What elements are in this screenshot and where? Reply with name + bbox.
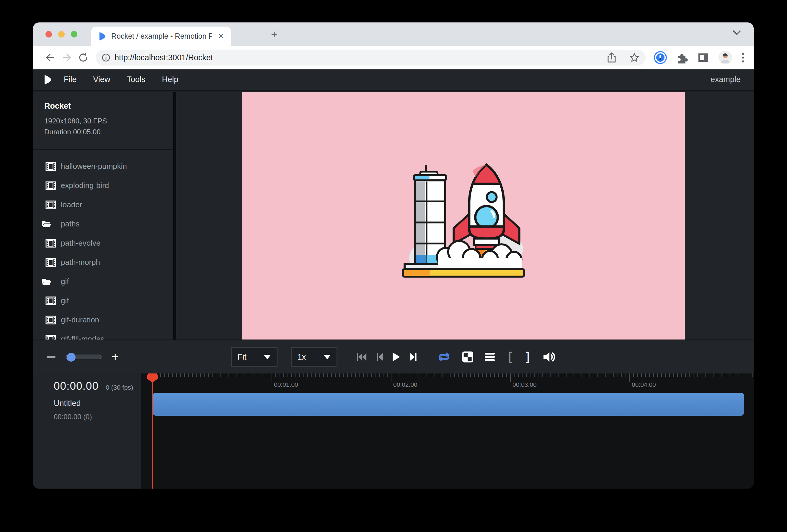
minimize-window-button[interactable] [58, 31, 65, 38]
previous-frame-button[interactable] [375, 352, 384, 362]
sidebar-item-label: gif-fill-modes [61, 335, 104, 340]
composition-duration: Duration 00:05.00 [44, 126, 173, 137]
sidebar-item-halloween-pumpkin[interactable]: halloween-pumpkin [33, 157, 173, 176]
tab-search-chevron-icon[interactable] [732, 29, 742, 36]
playback-rate-select[interactable]: 1x [291, 347, 337, 367]
reload-button[interactable] [75, 49, 91, 66]
film-icon [45, 335, 61, 340]
sidebar-item-exploding-bird[interactable]: exploding-bird [33, 176, 173, 195]
film-icon [45, 258, 61, 267]
menu-help[interactable]: Help [162, 75, 178, 84]
preview-canvas[interactable] [242, 92, 685, 340]
remotion-favicon-icon [98, 32, 106, 41]
composition-list: halloween-pumpkinexploding-birdloaderpat… [33, 150, 173, 340]
timeline-zoom-slider[interactable] [66, 355, 102, 359]
profile-avatar[interactable] [718, 50, 732, 65]
sidebar-item-path-evolve[interactable]: path-evolve [33, 234, 173, 253]
preview-pane [176, 92, 753, 340]
url-bar[interactable]: http://localhost:3001/Rocket [95, 49, 645, 66]
current-time-label: 00:00.00 [54, 380, 99, 392]
film-icon [45, 181, 61, 190]
menu-tools[interactable]: Tools [127, 75, 146, 84]
transparency-checkerboard-button[interactable] [462, 351, 473, 363]
menu-file[interactable]: File [64, 75, 77, 84]
play-button[interactable] [392, 352, 401, 362]
extensions-puzzle-icon[interactable] [676, 51, 688, 64]
zoom-out-button[interactable] [47, 356, 56, 358]
ruler-label-2s: 00:02.00 [393, 381, 418, 388]
bookmark-star-icon[interactable] [629, 52, 640, 63]
tab-close-icon[interactable]: ✕ [217, 31, 224, 41]
timeline: 00:00.00 0 (30 fps) Untitled 00:00.00 (0… [33, 374, 753, 489]
sidebar-item-path-morph[interactable]: path-morph [33, 253, 173, 272]
loop-toggle-button[interactable] [437, 351, 451, 363]
size-select[interactable]: Fit [231, 347, 277, 367]
film-icon [45, 200, 61, 209]
composition-resolution: 1920x1080, 30 FPS [44, 115, 173, 126]
site-info-icon[interactable] [102, 53, 110, 62]
sidebar-item-gif-fill-modes[interactable]: gif-fill-modes [33, 329, 173, 340]
browser-toolbar: http://localhost:3001/Rocket [33, 46, 753, 69]
sidebar-item-loader[interactable]: loader [33, 195, 173, 214]
sequence-track-bar[interactable] [153, 393, 744, 416]
compositions-sidebar: Rocket 1920x1080, 30 FPS Duration 00:05.… [33, 92, 176, 340]
browser-tab[interactable]: Rocket / example - Remotion P ✕ [91, 26, 231, 46]
url-text[interactable]: http://localhost:3001/Rocket [114, 53, 607, 62]
rocket-illustration [400, 154, 527, 278]
volume-button[interactable] [542, 351, 556, 363]
remotion-logo-icon[interactable] [43, 75, 52, 85]
sidebar-item-label: loader [61, 200, 82, 209]
chevron-down-icon [323, 355, 331, 359]
sidebar-item-label: path-morph [61, 258, 100, 267]
sidebar-item-label: gif [61, 277, 69, 286]
sidebar-folder-gif[interactable]: gif [33, 272, 173, 291]
sidebar-item-label: path-evolve [61, 238, 100, 248]
track-time-label: 00:00.00 (0) [54, 413, 141, 421]
zoom-slider-thumb[interactable] [67, 353, 76, 362]
tab-title: Rocket / example - Remotion P [111, 32, 212, 40]
main-area: Rocket 1920x1080, 30 FPS Duration 00:05.… [33, 92, 753, 340]
track-name-label: Untitled [54, 399, 141, 408]
fullscreen-window-button[interactable] [71, 31, 77, 38]
sidebar-item-label: exploding-bird [61, 181, 109, 190]
close-window-button[interactable] [45, 31, 52, 38]
share-icon[interactable] [607, 52, 617, 63]
zoom-in-button[interactable]: + [112, 353, 119, 361]
sidebar-item-label: gif-duration [61, 315, 99, 324]
out-point-button[interactable]: ] [524, 350, 532, 364]
film-icon [45, 316, 61, 324]
sidebar-item-label: paths [61, 219, 80, 229]
chevron-down-icon [263, 355, 271, 359]
sidebar-item-gif-duration[interactable]: gif-duration [33, 310, 173, 329]
toolbar-actions [654, 50, 745, 65]
back-button[interactable] [42, 49, 59, 66]
timeline-ruler[interactable] [141, 374, 753, 489]
composition-info: Rocket 1920x1080, 30 FPS Duration 00:05.… [33, 92, 173, 150]
remotion-menubar: File View Tools Help example [33, 69, 753, 91]
folder-open-icon [41, 278, 61, 286]
sidebar-item-label: halloween-pumpkin [61, 162, 127, 171]
in-point-button[interactable]: [ [506, 350, 514, 364]
browser-menu-icon[interactable] [741, 51, 745, 64]
menu-view[interactable]: View [93, 75, 110, 84]
film-icon [45, 239, 61, 248]
size-select-value: Fit [238, 353, 263, 362]
composition-title: Rocket [44, 102, 173, 111]
film-icon [45, 296, 61, 305]
ruler-label-1s: 00:01.00 [274, 381, 298, 388]
sidebar-folder-paths[interactable]: paths [33, 214, 173, 234]
project-name-label: example [710, 75, 744, 84]
timeline-rows-button[interactable] [484, 352, 496, 362]
timeline-track-area[interactable]: 00:01.00 00:02.00 00:03.00 00:04.00 [141, 374, 753, 489]
playhead-line[interactable] [152, 374, 153, 489]
jump-to-end-button[interactable] [408, 352, 418, 362]
sidebar-item-gif[interactable]: gif [33, 291, 173, 310]
ruler-label-4s: 00:04.00 [632, 381, 656, 388]
onepassword-extension-icon[interactable] [654, 51, 667, 64]
jump-to-start-button[interactable] [356, 352, 367, 362]
forward-button[interactable] [59, 49, 75, 66]
new-tab-button[interactable]: + [271, 29, 277, 40]
film-icon [45, 162, 61, 171]
sidebar-item-label: gif [61, 296, 69, 305]
side-panel-icon[interactable] [697, 51, 709, 64]
